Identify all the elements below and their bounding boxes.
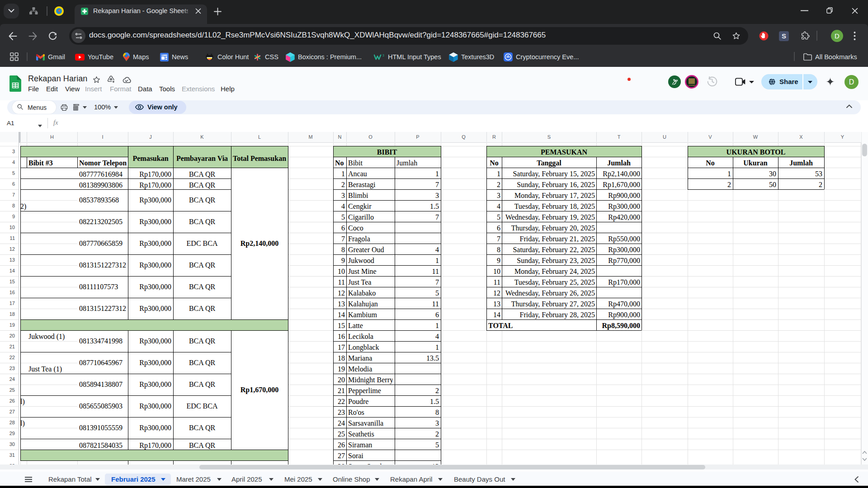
svg-text:3: 3 (382, 54, 384, 57)
